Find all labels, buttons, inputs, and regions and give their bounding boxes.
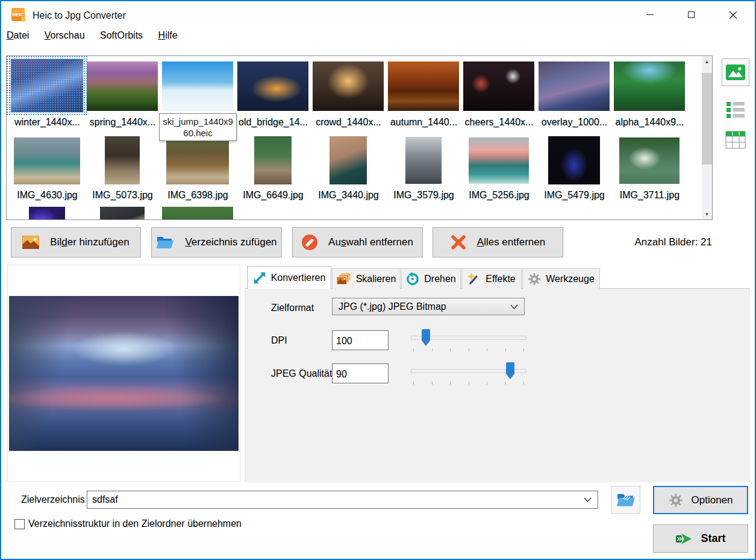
dpi-slider-thumb[interactable] [422, 329, 430, 346]
thumbnail-label: old_bridge_14... [236, 117, 311, 130]
tab-skalieren[interactable]: Skalieren [332, 268, 401, 289]
target-dir-combobox[interactable] [87, 491, 598, 509]
browse-folder-button[interactable] [611, 486, 640, 514]
thumbnail-label: autumn_1440... [386, 117, 461, 130]
remove-selection-icon [302, 234, 317, 250]
thumbnail-old-bridge[interactable] [237, 61, 308, 111]
thumbnail-overlay[interactable] [539, 61, 610, 111]
thumbnail-winter[interactable] [11, 59, 83, 112]
thumbnail-view-icon [726, 64, 745, 80]
tab-konvertieren[interactable]: Konvertieren [247, 266, 331, 289]
tab-drehen[interactable]: Drehen [401, 268, 461, 289]
keep-structure-label: Verzeichnisstruktur in den Zielordner üb… [28, 518, 242, 529]
quality-slider[interactable] [411, 360, 526, 386]
thumbnail-autumn[interactable] [388, 61, 459, 111]
thumbnail-label: IMG_5256.jpg [461, 190, 537, 203]
scrollbar[interactable]: ▲ ▼ [702, 56, 712, 219]
list-view-icon [726, 114, 745, 118]
format-label: Zielformat [271, 303, 314, 313]
magic-wand-icon [467, 272, 481, 286]
browse-folder-icon [616, 492, 636, 508]
list-view-icon [726, 102, 745, 105]
scroll-up-icon[interactable]: ▲ [702, 56, 712, 67]
convert-icon [253, 271, 266, 285]
thumbnail-car[interactable] [100, 207, 145, 220]
list-view-button[interactable] [726, 102, 745, 119]
preview-image [9, 296, 239, 451]
thumbnail-img-5479[interactable] [548, 136, 600, 184]
keep-structure-checkbox[interactable] [14, 519, 25, 529]
add-images-button[interactable]: Bilder hinzufügen [11, 227, 141, 257]
rotate-icon [406, 272, 419, 286]
start-button[interactable]: Start [653, 524, 748, 553]
add-images-label: Bilder hinzufügen [50, 236, 129, 248]
scroll-down-icon[interactable]: ▼ [702, 209, 712, 219]
tab-label: Drehen [424, 274, 455, 285]
tab-label: Konvertieren [271, 272, 326, 283]
remove-all-button[interactable]: Alles entfernen [433, 227, 563, 257]
format-select[interactable]: JPG (*.jpg) JPEG Bitmap [332, 298, 525, 315]
close-button[interactable] [718, 2, 748, 27]
thumbnail-img-6649[interactable] [254, 136, 292, 184]
thumbnail-img-3579[interactable] [405, 137, 442, 184]
options-label: Optionen [692, 494, 733, 506]
thumbnail-ski-jump[interactable] [162, 61, 233, 111]
thumbnail-label: IMG_4630.jpg [10, 190, 85, 203]
menu-softorbits[interactable]: SoftOrbits [95, 28, 148, 43]
app-icon: HEIC [11, 7, 27, 22]
thumbnail-label: overlay_1000... [537, 117, 612, 130]
thumbnail-img-3440[interactable] [330, 136, 367, 184]
target-dir-input[interactable] [87, 491, 578, 508]
add-folder-button[interactable]: Verzeichnis zufügen [151, 227, 282, 257]
scrollbar-thumb[interactable] [702, 73, 712, 165]
thumbnail-img-5256[interactable] [469, 137, 529, 184]
thumbnail-view-button[interactable] [722, 58, 749, 86]
thumbnail-spring[interactable] [87, 61, 158, 111]
maximize-button[interactable] [676, 2, 706, 27]
thumbnail-crowd[interactable] [313, 61, 384, 111]
menu-hilfe[interactable]: Hilfe [153, 28, 183, 43]
titlebar: HEIC Heic to Jpg Converter [1, 1, 755, 28]
list-view-icon [726, 108, 745, 112]
thumbnail-label: IMG_3711.jpg [612, 190, 687, 203]
chevron-down-icon[interactable] [578, 497, 598, 502]
add-folder-label: Verzeichnis zufügen [185, 236, 276, 248]
quality-slider-thumb[interactable] [506, 362, 514, 379]
thumbnail-img-5073[interactable] [105, 136, 140, 184]
image-count-label: Anzahl Bilder: 21 [610, 227, 712, 257]
start-label: Start [701, 532, 725, 545]
thumbnail-wheel[interactable] [29, 207, 65, 220]
thumbnail-label: cheers_1440x... [461, 117, 537, 130]
thumbnail-alpha[interactable] [614, 61, 685, 111]
thumbnail-img-6398[interactable] [166, 136, 229, 184]
thumbnail-label: winter_1440x... [10, 117, 85, 130]
thumbnail-img-4630[interactable] [14, 137, 80, 184]
dpi-slider[interactable] [411, 327, 526, 353]
remove-selection-button[interactable]: Auswahl entfernen [292, 227, 423, 257]
app-window: HEIC Heic to Jpg Converter Datei Vorscha… [0, 0, 756, 560]
tab-effekte[interactable]: Effekte [461, 268, 522, 289]
thumbnail-label: alpha_1440x9... [612, 117, 687, 130]
dpi-input[interactable] [332, 330, 389, 350]
menu-vorschau[interactable]: Vorschau [39, 28, 90, 43]
svg-text:HEIC: HEIC [12, 12, 23, 17]
minimize-button[interactable] [635, 2, 665, 27]
dpi-slider-ticks [413, 348, 524, 351]
tab-werkzeuge[interactable]: Werkzeuge [522, 268, 600, 289]
thumbnail-label: IMG_3440.jpg [311, 190, 386, 203]
options-button[interactable]: Optionen [653, 486, 748, 514]
thumbnail-garden[interactable] [162, 207, 233, 220]
thumbnail-label: IMG_3579.jpg [386, 190, 461, 203]
thumbnail-img-3711[interactable] [619, 137, 679, 184]
tab-label: Werkzeuge [546, 274, 595, 285]
menubar: Datei Vorschau SoftOrbits Hilfe [1, 28, 755, 46]
window-title: Heic to Jpg Converter [33, 1, 126, 28]
details-view-button[interactable] [725, 131, 746, 149]
tab-label: Skalieren [356, 274, 396, 285]
thumbnail-cheers[interactable] [463, 61, 534, 111]
quality-input[interactable] [332, 363, 389, 383]
preview-panel [7, 265, 240, 482]
format-value: JPG (*.jpg) JPEG Bitmap [339, 301, 446, 312]
scale-icon [337, 272, 351, 286]
menu-datei[interactable]: Datei [1, 28, 34, 43]
